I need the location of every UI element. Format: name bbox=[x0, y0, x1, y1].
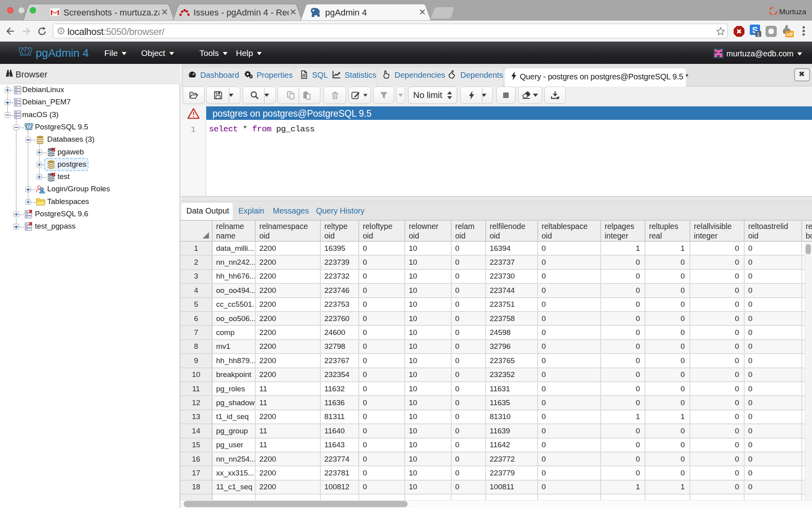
svg-text:off: off bbox=[787, 32, 793, 37]
svg-text:1: 1 bbox=[757, 31, 760, 37]
